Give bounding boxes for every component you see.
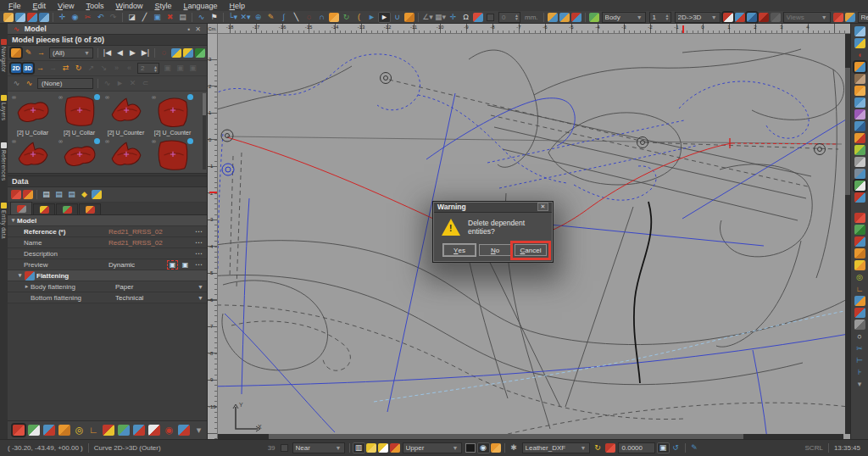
piece-red-icon[interactable] — [13, 425, 25, 436]
property-row-bottom-flattening[interactable]: Bottom flatteningTechnical▼ — [8, 292, 207, 303]
shoe-reload-icon[interactable] — [23, 190, 33, 199]
ring-icon[interactable]: ◎ — [72, 424, 86, 437]
property-value[interactable]: Red21_RRSS_02 — [108, 239, 192, 247]
export-model-icon[interactable] — [39, 13, 49, 22]
layer-select[interactable]: Upper▼ — [403, 442, 462, 453]
tools-icon[interactable]: ✱ — [508, 442, 520, 453]
measure1-icon[interactable]: ⊢ — [854, 355, 866, 365]
undo-icon[interactable]: ↶ — [94, 12, 107, 23]
heel-icon[interactable]: ∟ — [86, 424, 101, 437]
zone-select-icon[interactable]: ◌ — [158, 47, 170, 58]
target-icon[interactable]: ⊕ — [252, 12, 264, 23]
panel-brown-icon[interactable] — [854, 74, 865, 84]
sole-orange-icon[interactable] — [58, 425, 70, 436]
grid-icon[interactable] — [11, 48, 21, 58]
save-icon[interactable] — [15, 13, 25, 22]
snap-checkbox[interactable] — [281, 444, 288, 452]
select-curves-icon[interactable]: ∿ — [23, 78, 36, 89]
pencil-icon[interactable]: ✎ — [264, 12, 277, 23]
image-icon[interactable] — [92, 190, 102, 199]
layout-icon[interactable] — [845, 13, 855, 22]
value-field[interactable]: 0.0000 — [618, 442, 655, 453]
menu-file[interactable]: File — [3, 2, 26, 10]
panel-bluegray-icon[interactable] — [854, 169, 865, 179]
browse-button[interactable]: ⋯ — [192, 227, 205, 236]
export-piece-icon[interactable]: → — [35, 47, 47, 58]
panel-a-icon[interactable] — [854, 133, 865, 143]
tool-mix-icon[interactable] — [854, 296, 865, 306]
reference-icon[interactable] — [548, 13, 558, 22]
cut-icon[interactable]: ✂ — [81, 12, 94, 23]
delete-icon[interactable]: ✖ — [164, 12, 176, 23]
pan-icon[interactable]: ✛ — [56, 12, 69, 23]
panel-more-icon[interactable]: ▾ — [192, 424, 206, 437]
circle-select-icon[interactable]: ◌ — [303, 12, 315, 23]
grid-toggle-icon[interactable]: ▥ — [353, 442, 365, 453]
redo-icon[interactable]: ↷ — [107, 12, 120, 23]
model-select[interactable]: Red21_RRSS02▼ — [858, 12, 868, 23]
material-select[interactable]: Leather_DXF▼ — [522, 442, 590, 453]
property-row-preview[interactable]: PreviewDynamic▣▣⋯ — [8, 259, 207, 270]
link-curves-icon[interactable]: ∿ — [10, 78, 23, 89]
sidetab-entity-data[interactable]: Entity data — [1, 203, 7, 239]
lock2-icon[interactable] — [404, 13, 415, 22]
browse-button[interactable]: ⋯ — [192, 238, 205, 247]
menu-language[interactable]: Language — [178, 2, 222, 10]
property-value[interactable]: Dynamic — [108, 261, 167, 269]
browse-button[interactable]: ⋯ — [192, 260, 205, 269]
angle-icon[interactable]: ∠▾ — [421, 12, 434, 23]
piece-2d-icon[interactable] — [723, 13, 733, 22]
piece-thumbnail[interactable]: ∞ — [56, 137, 103, 173]
tab-lines[interactable] — [33, 203, 55, 214]
piece-red-icon[interactable] — [854, 213, 865, 223]
image-multi-icon[interactable] — [133, 425, 145, 436]
property-value[interactable]: Red21_RRSS_02 — [108, 228, 192, 236]
image-cloud-icon[interactable] — [148, 425, 160, 436]
last-piece-icon[interactable]: ▶| — [139, 47, 152, 58]
red-arc-icon[interactable]: ◖ — [854, 50, 866, 60]
open-icon[interactable] — [3, 13, 14, 22]
piece-thumbnail[interactable]: ∞ — [9, 137, 56, 173]
dropdown-icon[interactable]: ▼ — [198, 295, 205, 301]
body-part-select[interactable]: Body▼ — [602, 12, 646, 23]
piece-yellow-icon[interactable] — [854, 260, 865, 270]
cursor-delete-icon[interactable]: ► — [365, 12, 378, 23]
menu-style[interactable]: Style — [149, 2, 176, 10]
property-value[interactable]: Paper — [115, 283, 198, 291]
layers-icon[interactable] — [366, 443, 376, 453]
panel-amber-icon[interactable] — [854, 86, 865, 96]
close-icon[interactable]: ✕ — [192, 25, 203, 33]
browse-button[interactable]: ⋯ — [192, 249, 205, 258]
ring-icon[interactable]: ◎ — [854, 272, 866, 282]
camera2-icon[interactable]: ▣ — [180, 260, 191, 270]
wave-icon[interactable]: ∿ — [195, 12, 208, 23]
tab-model[interactable] — [10, 202, 32, 214]
offset-spinner[interactable]: 0▲▼ — [498, 12, 520, 23]
copies-spinner[interactable]: 2▲▼ — [137, 63, 159, 74]
sole-2d-icon[interactable] — [747, 13, 757, 22]
mode-select[interactable]: 2D->3D▼ — [675, 12, 721, 23]
split-curve-icon[interactable]: ✕▾ — [239, 12, 252, 23]
rotate-piece-icon[interactable]: ↻ — [72, 63, 85, 74]
menu-edit[interactable]: Edit — [28, 2, 52, 10]
boot-icon[interactable] — [833, 13, 843, 22]
sync-icon[interactable]: ↻ — [340, 12, 353, 23]
last-icon[interactable] — [589, 13, 599, 22]
pen-icon[interactable]: ✎ — [22, 47, 35, 58]
lock-icon[interactable] — [329, 13, 339, 22]
snapshot-icon[interactable] — [771, 13, 781, 22]
property-value[interactable]: Technical — [115, 294, 198, 302]
sidetab-references[interactable]: References — [1, 142, 7, 181]
drawing-canvas[interactable]: -18-17-16-15-14-13-12-11-10-9-8-7-6-5-4-… — [208, 24, 850, 439]
sole-blue-icon[interactable] — [43, 425, 55, 436]
snap-mode-select[interactable]: Near▼ — [292, 442, 345, 453]
heel-curve-icon[interactable]: ∟ — [854, 284, 866, 294]
sole-mix-icon[interactable] — [178, 425, 190, 436]
menu-view[interactable]: View — [53, 2, 79, 10]
righttb-more-icon[interactable]: ▾ — [854, 379, 866, 389]
page-add-icon[interactable]: ▤ — [53, 189, 65, 200]
select-cursor-icon[interactable]: ► — [378, 12, 391, 23]
sole-redblue-icon[interactable] — [854, 236, 865, 247]
sole-orange-icon[interactable] — [854, 248, 865, 259]
pin-yellow-icon[interactable] — [183, 48, 193, 58]
